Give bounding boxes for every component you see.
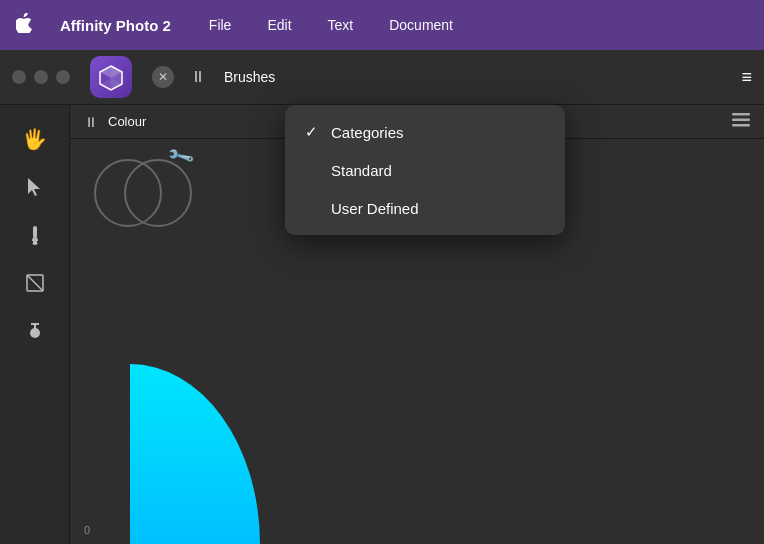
list-icon <box>732 113 750 127</box>
color-circles: 🔧 <box>94 159 162 227</box>
traffic-dot-minimize[interactable] <box>34 70 48 84</box>
menu-bar: Affinity Photo 2 File Edit Text Document <box>0 0 764 50</box>
menu-edit[interactable]: Edit <box>261 13 297 37</box>
svg-point-13 <box>130 364 260 544</box>
svg-rect-11 <box>732 119 750 122</box>
menu-document[interactable]: Document <box>383 13 459 37</box>
dropdown-item-user-defined[interactable]: ✓ User Defined <box>285 189 565 227</box>
color-gradient-svg <box>130 344 260 544</box>
dropdown-user-defined-label: User Defined <box>331 200 419 217</box>
dropdown-menu: ✓ Categories ✓ Standard ✓ User Defined <box>285 105 565 235</box>
hand-tool-button[interactable]: 🖐 <box>13 117 57 161</box>
paint-icon <box>24 320 46 342</box>
svg-rect-10 <box>732 113 750 116</box>
traffic-dot-maximize[interactable] <box>56 70 70 84</box>
colour-panel-pause-button[interactable]: ⏸ <box>84 114 98 130</box>
checkmark-icon: ✓ <box>305 123 321 141</box>
paint-tool-button[interactable] <box>13 309 57 353</box>
svg-rect-3 <box>31 241 33 243</box>
brushes-panel-title: Brushes <box>224 69 275 85</box>
main-content: 🖐 <box>0 105 764 544</box>
brush-icon <box>24 224 46 246</box>
crop-icon <box>24 272 46 294</box>
dropdown-categories-label: Categories <box>331 124 404 141</box>
brush-tool-button[interactable] <box>13 213 57 257</box>
svg-rect-12 <box>732 124 750 127</box>
svg-rect-9 <box>31 323 39 325</box>
app-icon <box>90 56 132 98</box>
color-circle-secondary[interactable] <box>124 159 192 227</box>
svg-line-6 <box>27 275 43 291</box>
traffic-dot-close[interactable] <box>12 70 26 84</box>
dropdown-item-standard[interactable]: ✓ Standard <box>285 151 565 189</box>
pointer-tool-button[interactable] <box>13 165 57 209</box>
close-icon: ✕ <box>158 70 168 84</box>
traffic-lights <box>12 70 70 84</box>
colour-panel-title: Colour <box>108 114 146 129</box>
crop-tool-button[interactable] <box>13 261 57 305</box>
pointer-icon <box>24 176 46 198</box>
panel-content: ⏸ Colour 🔧 <box>70 105 764 544</box>
dropdown-overlay: ✓ Categories ✓ Standard ✓ User Defined <box>285 105 565 235</box>
colour-panel-list-button[interactable] <box>732 113 750 130</box>
app-name: Affinity Photo 2 <box>60 17 171 34</box>
apple-logo-icon[interactable] <box>16 13 32 38</box>
bottom-value-label: 0 <box>84 524 90 536</box>
svg-rect-4 <box>37 241 39 243</box>
panel-menu-button[interactable]: ≡ <box>741 67 752 88</box>
app-logo-icon <box>97 63 125 91</box>
svg-marker-0 <box>28 178 40 196</box>
dropdown-standard-label: Standard <box>331 162 392 179</box>
color-gradient-display <box>130 344 260 544</box>
dropdown-item-categories[interactable]: ✓ Categories <box>285 113 565 151</box>
left-toolbar: 🖐 <box>0 105 70 544</box>
menu-file[interactable]: File <box>203 13 238 37</box>
panel-pause-button[interactable]: ⏸ <box>190 68 206 86</box>
menu-text[interactable]: Text <box>322 13 360 37</box>
panel-close-button[interactable]: ✕ <box>152 66 174 88</box>
toolbar-row: ✕ ⏸ Brushes ≡ <box>0 50 764 105</box>
hand-icon: 🖐 <box>22 127 47 151</box>
svg-rect-1 <box>33 226 37 238</box>
